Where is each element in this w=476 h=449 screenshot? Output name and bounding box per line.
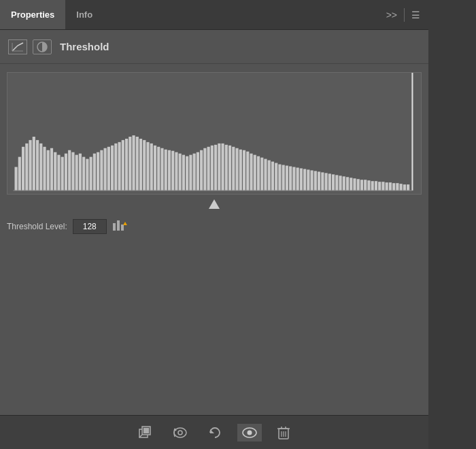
svg-rect-47	[168, 150, 171, 190]
svg-rect-78	[278, 164, 281, 190]
menu-button[interactable]: ☰	[409, 9, 423, 21]
svg-rect-19	[68, 150, 71, 190]
svg-rect-40	[143, 140, 146, 190]
svg-rect-20	[71, 152, 74, 190]
expand-button[interactable]: >>	[384, 9, 400, 21]
svg-rect-104	[371, 181, 374, 190]
visibility-button[interactable]	[237, 424, 262, 442]
svg-rect-31	[111, 146, 114, 190]
svg-rect-112	[400, 184, 403, 190]
svg-rect-117	[113, 223, 116, 231]
histogram-icon[interactable]	[112, 219, 127, 234]
controls-row: Threshold Level:	[0, 214, 428, 239]
threshold-slider-thumb[interactable]	[209, 199, 220, 209]
svg-rect-9	[33, 137, 35, 190]
svg-rect-28	[100, 150, 103, 190]
svg-rect-29	[104, 148, 107, 190]
adjustment-icon[interactable]	[33, 39, 52, 54]
svg-rect-106	[378, 182, 381, 190]
svg-rect-17	[61, 157, 64, 190]
svg-rect-79	[282, 165, 285, 190]
svg-rect-82	[292, 167, 295, 190]
svg-rect-118	[117, 220, 120, 231]
clip-button[interactable]	[134, 422, 157, 443]
svg-rect-55	[197, 152, 199, 190]
svg-rect-94	[335, 175, 338, 190]
svg-rect-71	[254, 155, 256, 190]
svg-rect-65	[232, 147, 235, 190]
svg-rect-14	[50, 148, 53, 190]
delete-button[interactable]	[273, 422, 294, 443]
svg-rect-36	[129, 137, 131, 190]
svg-rect-96	[343, 176, 345, 190]
svg-rect-57	[203, 148, 206, 190]
svg-rect-99	[353, 178, 356, 190]
svg-rect-6	[22, 147, 24, 190]
curves-icon[interactable]	[8, 39, 27, 54]
svg-rect-84	[300, 168, 303, 190]
svg-rect-7	[25, 144, 28, 190]
svg-rect-105	[375, 181, 377, 190]
svg-rect-49	[175, 152, 177, 190]
svg-rect-108	[386, 182, 388, 190]
tab-properties[interactable]: Properties	[0, 0, 65, 29]
svg-rect-100	[357, 179, 360, 190]
svg-rect-72	[257, 156, 260, 190]
svg-rect-61	[218, 144, 220, 190]
slider-area	[7, 195, 422, 214]
svg-rect-32	[114, 144, 117, 190]
view-previous-button[interactable]	[168, 423, 192, 442]
svg-rect-60	[214, 145, 217, 190]
svg-rect-67	[239, 150, 242, 190]
svg-rect-4	[14, 167, 17, 190]
svg-rect-85	[303, 169, 306, 190]
spacer	[0, 239, 428, 415]
svg-rect-42	[150, 144, 153, 190]
svg-rect-95	[339, 176, 341, 190]
svg-rect-48	[171, 151, 174, 190]
svg-point-129	[248, 430, 252, 435]
reset-button[interactable]	[203, 422, 226, 443]
svg-rect-26	[93, 154, 96, 190]
svg-rect-114	[407, 184, 409, 190]
svg-rect-44	[157, 147, 160, 190]
svg-rect-110	[392, 183, 395, 190]
svg-rect-16	[57, 155, 60, 190]
svg-rect-53	[189, 155, 192, 190]
tab-actions: >> ☰	[384, 0, 428, 29]
svg-marker-127	[210, 429, 214, 433]
svg-rect-25	[90, 157, 92, 190]
svg-rect-58	[207, 147, 210, 190]
tab-bar: Properties Info >> ☰	[0, 0, 428, 30]
svg-rect-83	[296, 167, 299, 190]
svg-rect-41	[146, 142, 149, 190]
bottom-toolbar	[0, 415, 428, 449]
svg-rect-89	[318, 171, 320, 190]
svg-rect-101	[360, 180, 363, 190]
svg-rect-8	[29, 140, 31, 190]
svg-rect-56	[200, 150, 203, 190]
tab-info[interactable]: Info	[65, 0, 103, 29]
svg-rect-54	[193, 154, 196, 190]
svg-rect-92	[328, 173, 331, 190]
svg-rect-113	[403, 184, 406, 190]
svg-rect-5	[18, 157, 21, 190]
svg-rect-91	[324, 173, 327, 190]
svg-rect-64	[228, 146, 231, 190]
svg-marker-120	[123, 222, 127, 225]
svg-rect-13	[47, 150, 50, 190]
svg-rect-37	[132, 135, 135, 190]
svg-point-125	[174, 428, 186, 437]
svg-rect-33	[118, 142, 120, 190]
svg-rect-34	[122, 140, 124, 190]
svg-rect-74	[264, 159, 267, 190]
svg-rect-45	[160, 148, 163, 190]
svg-rect-87	[311, 170, 313, 190]
svg-rect-22	[79, 154, 82, 190]
svg-rect-10	[36, 140, 39, 190]
svg-rect-70	[250, 154, 252, 190]
threshold-level-input[interactable]	[73, 219, 107, 234]
panel-header: Threshold	[0, 30, 428, 64]
svg-rect-102	[364, 180, 367, 190]
svg-rect-11	[39, 144, 42, 190]
